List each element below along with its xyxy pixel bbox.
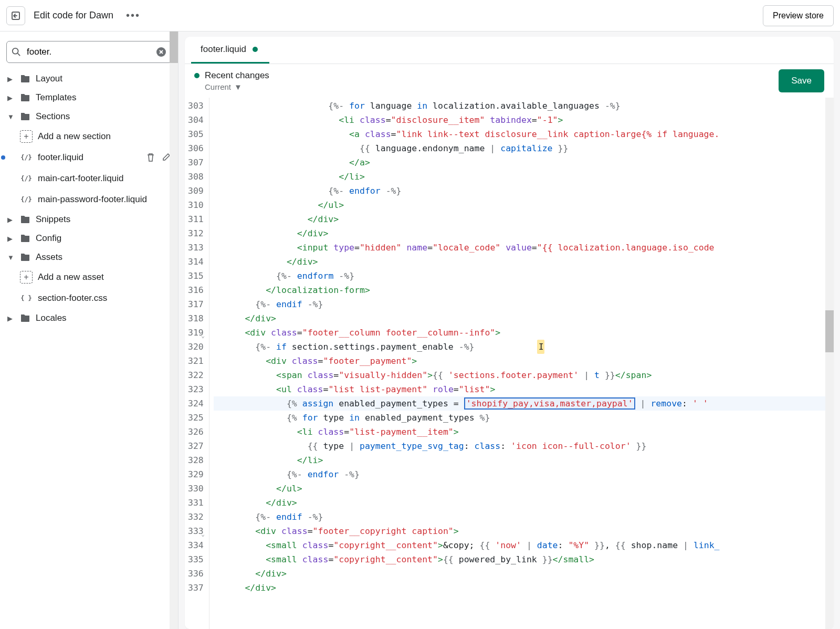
- svg-point-1: [13, 48, 18, 54]
- editor-area: footer.liquid Recent changes Current ▼ S…: [178, 32, 840, 629]
- unsaved-indicator-icon: [253, 47, 258, 52]
- folder-label: Config: [36, 233, 61, 244]
- clear-search-icon[interactable]: [156, 47, 166, 57]
- folder-label: Templates: [36, 92, 76, 103]
- folder-icon: [20, 234, 30, 243]
- liquid-file-icon: {/}: [20, 193, 33, 206]
- chevron-right-icon: ▶: [7, 314, 15, 322]
- add-icon: +: [20, 130, 33, 143]
- file-footer-liquid[interactable]: {/} footer.liquid: [4, 147, 174, 168]
- code-content[interactable]: {%- for language in localization.availab…: [209, 98, 834, 629]
- folder-icon: [20, 253, 30, 262]
- file-label: main-password-footer.liquid: [38, 194, 147, 205]
- save-button[interactable]: Save: [779, 69, 824, 92]
- folder-icon: [20, 112, 30, 121]
- folder-icon: [20, 74, 30, 83]
- file-label: section-footer.css: [38, 293, 107, 303]
- folder-config[interactable]: ▶ Config: [4, 229, 174, 248]
- folder-label: Locales: [36, 313, 67, 323]
- folder-label: Layout: [36, 74, 62, 84]
- exit-icon: [10, 11, 21, 21]
- file-sidebar: ▶ Layout ▶ Templates ▼ Sections + Add a …: [0, 32, 178, 629]
- search-input[interactable]: [6, 41, 172, 63]
- folder-snippets[interactable]: ▶ Snippets: [4, 210, 174, 229]
- add-icon: +: [20, 271, 33, 284]
- folder-icon: [20, 313, 30, 323]
- current-version-label: Current: [205, 82, 231, 91]
- chevron-right-icon: ▶: [7, 235, 15, 243]
- tab-footer-liquid[interactable]: footer.liquid: [191, 37, 269, 64]
- chevron-right-icon: ▶: [7, 75, 15, 83]
- folder-label: Sections: [36, 111, 70, 122]
- chevron-right-icon: ▶: [7, 94, 15, 102]
- file-main-password-footer[interactable]: {/} main-password-footer.liquid: [4, 189, 174, 210]
- folder-icon: [20, 93, 30, 102]
- recent-changes-dropdown[interactable]: Recent changes Current ▼: [194, 70, 269, 91]
- status-dot-icon: [194, 73, 200, 78]
- file-label: main-cart-footer.liquid: [38, 173, 123, 184]
- chevron-right-icon: ▶: [7, 216, 15, 224]
- file-label: footer.liquid: [38, 152, 83, 163]
- folder-icon: [20, 215, 30, 224]
- add-section-label: Add a new section: [38, 131, 111, 142]
- folder-assets[interactable]: ▼ Assets: [4, 248, 174, 267]
- add-asset-link[interactable]: + Add a new asset: [4, 267, 174, 288]
- search-icon: [12, 47, 21, 57]
- tabs-row: footer.liquid: [185, 37, 834, 64]
- chevron-down-icon: ▼: [7, 113, 15, 121]
- back-button[interactable]: [6, 6, 25, 25]
- folder-layout[interactable]: ▶ Layout: [4, 69, 174, 88]
- top-bar: Edit code for Dawn ••• Preview store: [0, 0, 840, 32]
- editor-scrollbar[interactable]: [825, 98, 834, 629]
- sidebar-scrollbar[interactable]: [170, 32, 178, 629]
- preview-store-button[interactable]: Preview store: [763, 5, 834, 26]
- file-section-footer-css[interactable]: { } section-footer.css: [4, 288, 174, 309]
- folder-label: Snippets: [36, 214, 70, 225]
- more-menu-button[interactable]: •••: [122, 7, 144, 24]
- folder-templates[interactable]: ▶ Templates: [4, 88, 174, 107]
- folder-label: Assets: [36, 252, 62, 263]
- chevron-down-icon: ▼: [7, 254, 15, 261]
- line-gutter: 3033043053063073083093103113123133143153…: [185, 98, 209, 629]
- code-editor[interactable]: 3033043053063073083093103113123133143153…: [185, 98, 834, 629]
- css-file-icon: { }: [20, 292, 33, 305]
- file-main-cart-footer[interactable]: {/} main-cart-footer.liquid: [4, 168, 174, 189]
- folder-sections[interactable]: ▼ Sections: [4, 107, 174, 126]
- tab-label: footer.liquid: [201, 44, 246, 55]
- page-title: Edit code for Dawn: [34, 10, 113, 21]
- add-section-link[interactable]: + Add a new section: [4, 126, 174, 147]
- liquid-file-icon: {/}: [20, 172, 33, 185]
- folder-locales[interactable]: ▶ Locales: [4, 309, 174, 328]
- recent-changes-label: Recent changes: [205, 70, 269, 81]
- add-asset-label: Add a new asset: [38, 272, 104, 282]
- liquid-file-icon: {/}: [20, 151, 33, 164]
- chevron-down-icon: ▼: [234, 82, 242, 91]
- delete-file-icon[interactable]: [146, 153, 155, 162]
